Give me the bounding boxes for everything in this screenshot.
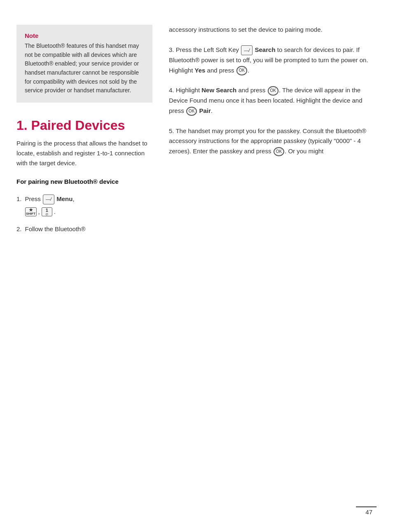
one-key: 1 @ [42,207,52,216]
section-heading: 1. Paired Devices [16,118,152,133]
yes-label: Yes [195,67,206,74]
left-column: Note The Bluetooth® features of this han… [16,25,152,241]
section-intro: Pairing is the process that allows the h… [16,138,152,168]
step-2-content: Follow the Bluetooth® [25,224,152,234]
page-line [356,506,377,507]
step-1-keys: ★ SHIFT , 1 @ . [25,207,152,217]
ok-key-5: OK [274,147,284,157]
ok-key-4a: OK [268,86,278,96]
new-search-label: New Search [201,87,236,94]
right-column: accessory instructions to set the device… [165,25,377,241]
note-box: Note The Bluetooth® features of this han… [16,25,152,103]
step-1-number: 1. [16,194,22,204]
section-number: 1 [16,118,24,133]
right-step-5: 5. The handset may prompt you for the pa… [169,126,377,157]
step-2: 2. Follow the Bluetooth® [16,224,152,234]
ok-key-4b: OK [186,107,197,116]
page-number: 47 [365,509,372,516]
note-text: The Bluetooth® features of this handset … [25,42,144,95]
step-5-number: 5. [169,127,175,134]
section-title: Paired Devices [31,118,125,133]
subheading-text: For pairing new Bluetooth® device [16,178,119,185]
right-intro: accessory instructions to set the device… [169,25,377,35]
page-container: Note The Bluetooth® features of this han… [0,0,393,266]
step-2-number: 2. [16,224,22,234]
search-label: Search [255,46,276,53]
right-step-3: 3. Press the Left Soft Key ―/ Search to … [169,45,377,76]
soft-key-icon: ―/ [43,195,54,204]
subsection-heading: For pairing new Bluetooth® device [16,177,152,187]
note-title: Note [25,32,144,39]
step-4-number: 4. [169,87,176,94]
left-soft-key-icon-3: ―/ [241,45,253,55]
ok-key-3: OK [236,66,247,75]
pair-label: Pair [199,107,211,114]
step-3-number: 3. [169,46,176,53]
step-1-content: Press ―/ Menu, ★ SHIFT , 1 @ . [25,194,152,217]
star-shift-key: ★ SHIFT [25,207,37,216]
menu-label: Menu [56,195,73,202]
right-step-4: 4. Highlight New Search and press OK. Th… [169,85,377,116]
step-1: 1. Press ―/ Menu, ★ SHIFT , 1 @ . [16,194,152,217]
